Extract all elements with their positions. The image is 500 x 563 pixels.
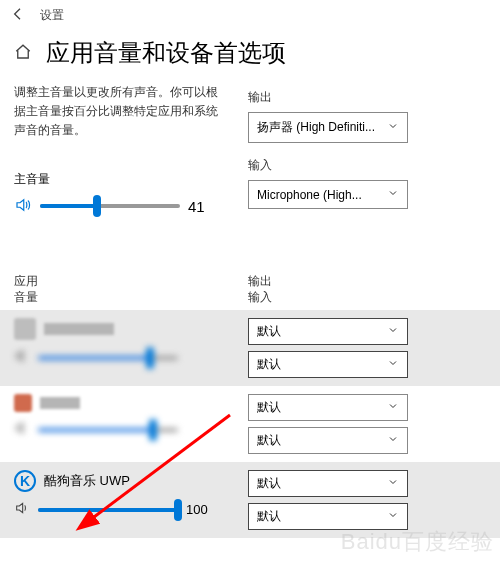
speaker-icon[interactable]	[14, 348, 30, 367]
kugou-icon: K	[14, 470, 36, 492]
speaker-icon[interactable]	[14, 420, 30, 439]
output-label: 输出	[248, 89, 486, 106]
app-volume-slider[interactable]	[38, 356, 178, 360]
input-label: 输入	[248, 157, 486, 174]
app-volume-slider[interactable]	[38, 508, 178, 512]
app-output-value: 默认	[257, 323, 281, 340]
chevron-down-icon	[387, 400, 399, 415]
speaker-icon[interactable]	[14, 500, 30, 519]
watermark: Baidu百度经验	[341, 527, 494, 538]
speaker-icon[interactable]	[14, 196, 32, 217]
app-output-dropdown[interactable]: 默认	[248, 394, 408, 421]
app-input-dropdown[interactable]: 默认	[248, 427, 408, 454]
app-input-value: 默认	[257, 356, 281, 373]
master-volume-value: 41	[188, 198, 216, 215]
input-device-value: Microphone (High...	[257, 188, 362, 202]
chevron-down-icon	[387, 324, 399, 339]
home-icon[interactable]	[14, 43, 32, 64]
description-text: 调整主音量以更改所有声音。你可以根据主音量按百分比调整特定应用和系统声音的音量。	[14, 83, 224, 141]
chevron-down-icon	[387, 357, 399, 372]
app-input-value: 默认	[257, 508, 281, 525]
page-title: 应用音量和设备首选项	[46, 37, 286, 69]
app-icon	[14, 318, 36, 340]
master-volume-label: 主音量	[14, 171, 224, 188]
app-volume-value: 100	[186, 502, 214, 517]
apps-col-header-vol: 音量	[14, 289, 224, 306]
chevron-down-icon	[387, 187, 399, 202]
apps-col-header-out: 输出	[248, 273, 486, 290]
app-output-dropdown[interactable]: 默认	[248, 470, 408, 497]
chevron-down-icon	[387, 509, 399, 524]
master-volume-slider[interactable]	[40, 204, 180, 208]
app-name: 酷狗音乐 UWP	[44, 472, 130, 490]
output-device-value: 扬声器 (High Definiti...	[257, 119, 375, 136]
app-output-value: 默认	[257, 475, 281, 492]
input-device-dropdown[interactable]: Microphone (High...	[248, 180, 408, 209]
chevron-down-icon	[387, 433, 399, 448]
app-row: 默认 默认	[0, 310, 500, 386]
back-icon[interactable]	[10, 6, 26, 25]
app-volume-slider[interactable]	[38, 428, 178, 432]
app-input-value: 默认	[257, 432, 281, 449]
app-name	[40, 397, 80, 409]
app-row: 默认 默认	[0, 386, 500, 462]
window-title: 设置	[40, 7, 64, 24]
app-name	[44, 323, 114, 335]
chevron-down-icon	[387, 120, 399, 135]
apps-col-header-in: 输入	[248, 289, 486, 306]
chevron-down-icon	[387, 476, 399, 491]
app-input-dropdown[interactable]: 默认	[248, 351, 408, 378]
output-device-dropdown[interactable]: 扬声器 (High Definiti...	[248, 112, 408, 143]
app-output-dropdown[interactable]: 默认	[248, 318, 408, 345]
apps-col-header-app: 应用	[14, 273, 224, 290]
app-output-value: 默认	[257, 399, 281, 416]
app-icon	[14, 394, 32, 412]
